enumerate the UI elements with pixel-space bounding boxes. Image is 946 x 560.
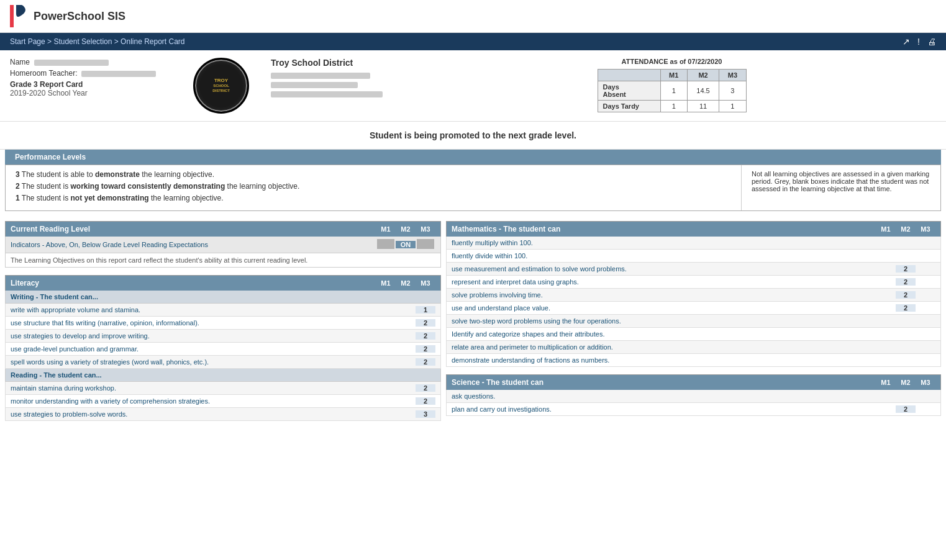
literacy-row-2: use structure that fits writing (narrati… [5,317,441,330]
math-row-3-m2: 2 [896,265,916,273]
print-icon[interactable]: 🖨 [927,37,936,47]
reading-col-m1: M1 [376,225,396,233]
literacy-row-5: spell words using a variety of strategie… [5,356,441,369]
perf-level-3: 3 The student is able to demonstrate the… [16,170,731,179]
math-row-2: fluently divide within 100. [446,250,941,263]
app-title: PowerSchool SIS [34,10,125,23]
homeroom-label: Homeroom Teacher: [10,69,78,78]
year-info: 2019-2020 School Year [10,89,171,97]
right-column: Mathematics - The student can M1 M2 M3 f… [446,221,941,421]
literacy-title: Literacy [11,279,376,287]
math-row-10: demonstrate understanding of fractions a… [446,354,941,367]
grade-info: Grade 3 Report Card [10,80,171,89]
literacy-row-8: use strategies to problem-solve words. 3 [5,408,441,421]
math-row-1: fluently multiply within 100. [446,237,941,250]
science-row-2: plan and carry out investigations. 2 [446,403,941,416]
reading-group-header: Reading - The student can... [5,369,441,382]
main-content: Current Reading Level M1 M2 M3 Indicator… [0,221,946,421]
attendance-tardy-m3: 1 [719,101,746,112]
science-col-m3: M3 [916,379,935,386]
breadcrumb: Start Page > Student Selection > Online … [10,37,185,46]
reading-header-text: Reading - The student can... [11,371,376,379]
student-name-field: Name [10,58,171,66]
school-detail-2 [271,82,358,88]
reading-col-m2: M2 [396,225,416,233]
reading-indicators-row: Indicators - Above, On, Below Grade Leve… [5,237,441,253]
literacy-row-3: use strategies to develop and improve wr… [5,330,441,343]
school-logo-inner: TROY SCHOOL DISTRICT [195,60,247,112]
literacy-row-2-text: use structure that fits writing (narrati… [11,319,376,327]
school-logo-text: TROY SCHOOL DISTRICT [212,78,230,94]
science-row-2-text: plan and carry out investigations. [452,405,876,413]
attendance-absent-m2: 14.5 [687,81,719,101]
literacy-col-m2: M2 [396,279,416,287]
school-logo-area: TROY SCHOOL DISTRICT [184,58,258,114]
math-row-4-text: represent and interpret data using graph… [452,278,876,286]
literacy-row-1-text: write with appropriate volume and stamin… [11,306,376,314]
reading-ind-m3-empty [416,239,435,250]
current-reading-title: Current Reading Level [11,225,376,233]
math-row-9: relate area and perimeter to multiplicat… [446,341,941,354]
literacy-row-1-m3: 1 [416,306,435,314]
writing-group-header: Writing - The student can... [5,291,441,304]
perf-level-1: 1 The student is not yet demonstrating t… [16,194,731,202]
science-title: Science - The student can [452,378,876,387]
literacy-row-7-m3: 2 [416,397,435,405]
science-row-2-m2: 2 [896,405,916,413]
literacy-row-8-m3: 3 [416,410,435,418]
math-col-m1: M1 [876,225,896,233]
exclamation-icon[interactable]: ! [917,37,920,47]
literacy-row-2-m3: 2 [416,319,435,327]
perf-level-2: 2 The student is working toward consiste… [16,182,731,191]
literacy-row-7: monitor understanding with a variety of … [5,395,441,408]
homeroom-value [81,71,156,77]
literacy-header: Literacy M1 M2 M3 [5,275,441,291]
current-reading-header: Current Reading Level M1 M2 M3 [5,221,441,237]
perf-level-1-num: 1 [16,194,20,202]
svg-rect-0 [10,5,14,27]
app-header: PowerSchool SIS [0,0,946,33]
attendance-table: M1 M2 M3 DaysAbsent 1 14.5 3 Days Tardy … [598,69,747,112]
school-detail-1 [271,73,370,79]
reading-indicators-label: Indicators - Above, On, Below Grade Leve… [11,241,376,248]
literacy-row-4: use grade-level punctuation and grammar.… [5,343,441,356]
literacy-col-m3: M3 [416,279,435,287]
perf-level-2-num: 2 [16,182,20,191]
math-row-4-m2: 2 [896,278,916,286]
perf-level-2-text: The student is working toward consistent… [22,182,300,191]
left-column: Current Reading Level M1 M2 M3 Indicator… [5,221,446,421]
powerschool-logo-icon [10,5,27,27]
science-row-1-text: ask questions. [452,392,876,400]
math-row-2-text: fluently divide within 100. [452,252,876,260]
attendance-col-m2: M2 [687,70,719,81]
literacy-row-1: write with appropriate volume and stamin… [5,304,441,317]
math-row-5-text: solve problems involving time. [452,291,876,299]
name-label: Name [10,58,30,66]
literacy-row-4-m3: 2 [416,345,435,353]
math-row-6-text: use and understand place value. [452,304,876,312]
literacy-row-5-text: spell words using a variety of strategie… [11,358,376,366]
math-row-3-text: use measurement and estimation to solve … [452,265,876,273]
performance-levels-body: 3 The student is able to demonstrate the… [5,165,941,211]
nav-bar: Start Page > Student Selection > Online … [0,33,946,50]
attendance-row-absent: DaysAbsent 1 14.5 3 [598,81,746,101]
literacy-row-6-text: maintain stamina during workshop. [11,384,376,392]
homeroom-field: Homeroom Teacher: [10,69,171,78]
math-header: Mathematics - The student can M1 M2 M3 [446,221,941,237]
attendance-tardy-label: Days Tardy [598,101,660,112]
literacy-row-3-m3: 2 [416,332,435,340]
literacy-row-6-m3: 2 [416,384,435,392]
attendance-col-m3: M3 [719,70,746,81]
literacy-row-6: maintain stamina during workshop. 2 [5,382,441,395]
literacy-row-7-text: monitor understanding with a variety of … [11,397,376,405]
reading-col-m3: M3 [416,225,435,233]
math-col-m3: M3 [916,225,935,233]
attendance-tardy-m2: 11 [687,101,719,112]
math-row-6: use and understand place value. 2 [446,302,941,315]
science-row-1: ask questions. [446,390,941,403]
science-header: Science - The student can M1 M2 M3 [446,374,941,390]
external-link-icon[interactable]: ↗ [903,37,910,47]
attendance-absent-label: DaysAbsent [598,81,660,101]
perf-level-1-text: The student is not yet demonstrating the… [22,194,224,202]
math-row-5-m2: 2 [896,291,916,299]
